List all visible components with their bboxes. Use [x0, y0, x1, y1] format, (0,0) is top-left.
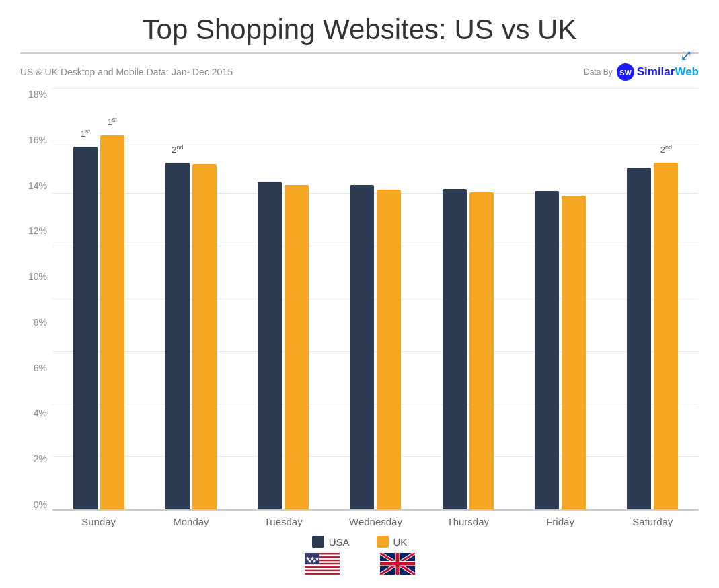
rank-label-uk-sunday: 1st [108, 116, 117, 127]
usa-label: USA [329, 536, 350, 548]
expand-icon[interactable]: ⤢ [680, 47, 692, 65]
y-axis-label: 12% [20, 226, 47, 235]
bar-uk-friday [562, 196, 586, 509]
x-label-sunday: Sunday [52, 511, 145, 527]
usa-flag: ★★★ ★★ [305, 553, 340, 575]
x-label-wednesday: Wednesday [330, 511, 422, 527]
data-by-label: Data By [584, 67, 613, 77]
similarweb-logo-icon: SW [616, 63, 635, 81]
bar-usa-monday: 2nd [165, 163, 190, 509]
bar-uk-wednesday [377, 190, 401, 509]
data-by: Data By SW SimilarWeb [584, 63, 699, 81]
uk-label: UK [393, 536, 408, 548]
chart-container: ⤢ Top Shopping Websites: US vs UK US & U… [0, 0, 719, 588]
y-axis-and-bars: 0%2%4%6%8%10%12%14%16%18% 1st1st2nd2nd [20, 88, 699, 511]
y-axis-label: 10% [20, 272, 47, 281]
y-axis-label: 18% [20, 89, 47, 99]
similarweb-text: SimilarWeb [637, 65, 699, 79]
rank-label-usa-sunday: 1st [81, 128, 90, 139]
x-label-monday: Monday [145, 511, 237, 527]
y-axis-label: 6% [20, 363, 47, 373]
bar-group-monday: 2nd [145, 88, 237, 509]
svg-rect-7 [305, 568, 340, 569]
y-axis-label: 4% [20, 408, 47, 418]
bars-wrapper: 1st1st2nd2nd [52, 88, 699, 511]
usa-swatch [312, 536, 324, 548]
bar-usa-thursday [443, 189, 467, 509]
legend-usa: USA [312, 536, 350, 548]
bar-uk-sunday: 1st [100, 135, 124, 509]
y-axis-label: 8% [20, 318, 47, 327]
legend-section: USA UK [20, 536, 699, 575]
bar-group-thursday [422, 88, 514, 509]
bars-section: 1st1st2nd2nd [52, 88, 699, 511]
uk-swatch [377, 536, 389, 548]
bar-usa-saturday [627, 168, 651, 509]
y-axis-label: 0% [20, 500, 47, 509]
svg-text:★★: ★★ [307, 558, 317, 564]
bar-usa-friday [535, 191, 559, 509]
bar-usa-wednesday [350, 185, 374, 509]
subtitle-row: US & UK Desktop and Mobile Data: Jan- De… [20, 63, 699, 81]
y-axis: 0%2%4%6%8%10%12%14%16%18% [20, 88, 52, 511]
x-labels-row: SundayMondayTuesdayWednesdayThursdayFrid… [52, 511, 699, 527]
svg-rect-6 [305, 564, 340, 566]
subtitle: US & UK Desktop and Mobile Data: Jan- De… [20, 67, 233, 77]
chart-title: Top Shopping Websites: US vs UK [20, 13, 699, 54]
bar-usa-tuesday [258, 182, 282, 509]
rank-label-uk-saturday: 2nd [660, 144, 672, 155]
svg-rect-8 [305, 571, 340, 573]
bar-uk-thursday [469, 192, 494, 509]
y-axis-label: 2% [20, 454, 47, 464]
similarweb-logo: SW SimilarWeb [616, 63, 699, 81]
bar-uk-saturday: 2nd [654, 163, 678, 509]
bar-group-tuesday [237, 88, 330, 509]
flags-row: ★★★ ★★ [305, 553, 415, 575]
legend-uk: UK [377, 536, 408, 548]
groups-row: 1st1st2nd2nd [52, 88, 699, 509]
x-label-thursday: Thursday [422, 511, 514, 527]
bar-group-friday [514, 88, 606, 509]
bar-uk-monday [192, 164, 217, 509]
y-axis-label: 16% [20, 135, 47, 145]
legend-row: USA UK [312, 536, 408, 548]
bar-uk-tuesday [285, 185, 309, 509]
rank-label-usa-monday: 2nd [172, 144, 183, 155]
x-labels-section: SundayMondayTuesdayWednesdayThursdayFrid… [20, 511, 699, 527]
bar-group-sunday: 1st1st [52, 88, 145, 509]
bar-group-saturday: 2nd [607, 88, 699, 509]
x-label-tuesday: Tuesday [237, 511, 330, 527]
x-label-saturday: Saturday [607, 511, 699, 527]
uk-flag [380, 553, 415, 575]
bar-usa-sunday: 1st [73, 147, 98, 509]
x-spacer [20, 511, 52, 527]
svg-text:SW: SW [619, 69, 632, 77]
y-axis-label: 14% [20, 181, 47, 190]
chart-area: 0%2%4%6%8%10%12%14%16%18% 1st1st2nd2nd S… [20, 88, 699, 575]
x-label-friday: Friday [514, 511, 606, 527]
bar-group-wednesday [330, 88, 422, 509]
